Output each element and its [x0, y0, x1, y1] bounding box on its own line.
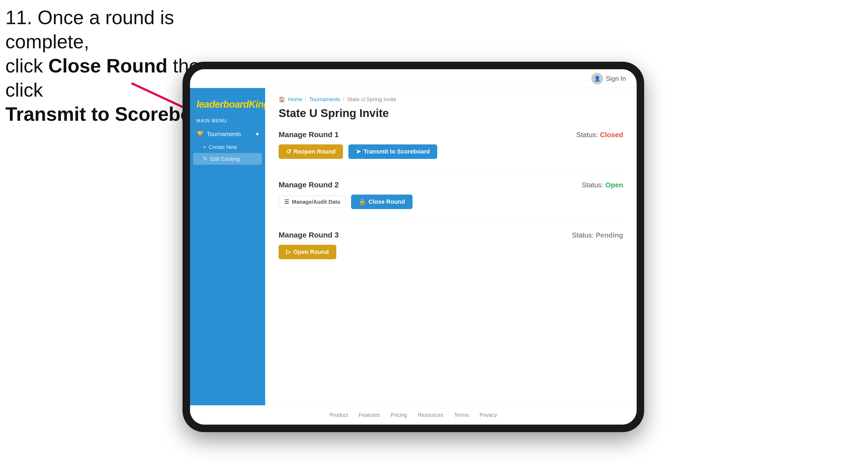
trophy-icon: 🏆: [196, 131, 204, 138]
tablet-screen: 👤 Sign In leaderboardKing MAIN MENU 🏆 To…: [190, 69, 637, 425]
open-round-button[interactable]: ▷ Open Round: [279, 245, 336, 259]
plus-icon: +: [203, 144, 206, 150]
footer-terms[interactable]: Terms: [454, 412, 469, 418]
open-round-icon: ▷: [286, 249, 291, 255]
round-3-status-value: Pending: [596, 231, 623, 239]
instruction-close-round: Close Round: [48, 55, 167, 76]
round-1-title: Manage Round 1: [279, 130, 339, 139]
sign-in-button[interactable]: 👤 Sign In: [591, 73, 626, 85]
app-header: 👤 Sign In: [190, 69, 637, 88]
logo-area: leaderboardKing: [190, 93, 265, 118]
footer-privacy[interactable]: Privacy: [479, 412, 497, 418]
manage-audit-data-button[interactable]: ☰ Manage/Audit Data: [279, 196, 346, 208]
close-round-label: Close Round: [369, 198, 405, 205]
sidebar: leaderboardKing MAIN MENU 🏆 Tournaments …: [190, 88, 265, 405]
instruction-line2-prefix: click: [5, 55, 48, 76]
transmit-scoreboard-label: Transmit to Scoreboard: [364, 148, 430, 155]
round-2-header: Manage Round 2 Status: Open: [279, 181, 623, 189]
footer-product[interactable]: Product: [330, 412, 348, 418]
tournaments-item-left: 🏆 Tournaments: [196, 131, 241, 138]
round-2-section: Manage Round 2 Status: Open ☰ Manage/Aud…: [279, 181, 623, 220]
reopen-icon: ↺: [286, 148, 291, 155]
page-title: State U Spring Invite: [279, 107, 623, 120]
breadcrumb-sep-1: /: [305, 96, 307, 102]
round-2-status: Status: Open: [582, 181, 623, 189]
open-round-label: Open Round: [293, 249, 329, 255]
transmit-scoreboard-button[interactable]: ➤ Transmit to Scoreboard: [348, 145, 437, 159]
sidebar-item-create-new[interactable]: + Create New: [190, 142, 265, 153]
footer-features[interactable]: Features: [359, 412, 380, 418]
footer-resources[interactable]: Resources: [418, 412, 444, 418]
breadcrumb-sep-2: /: [343, 96, 345, 102]
round-1-status-value: Closed: [600, 131, 623, 139]
sign-in-label: Sign In: [606, 75, 626, 83]
lock-icon: 🔒: [359, 198, 366, 205]
create-new-label: Create New: [209, 144, 237, 150]
breadcrumb-home-link[interactable]: Home: [288, 96, 302, 102]
footer-pricing[interactable]: Pricing: [391, 412, 407, 418]
app-body: leaderboardKing MAIN MENU 🏆 Tournaments …: [190, 88, 637, 405]
round-3-actions: ▷ Open Round: [279, 245, 623, 259]
reopen-round-button[interactable]: ↺ Reopen Round: [279, 145, 343, 159]
tablet-device: 👤 Sign In leaderboardKing MAIN MENU 🏆 To…: [183, 62, 644, 432]
reopen-round-label: Reopen Round: [293, 148, 336, 155]
breadcrumb-tournaments-link[interactable]: Tournaments: [309, 96, 340, 102]
round-1-actions: ↺ Reopen Round ➤ Transmit to Scoreboard: [279, 145, 623, 159]
round-3-status: Status: Pending: [572, 231, 623, 240]
tournaments-label: Tournaments: [207, 131, 241, 138]
main-content: 🏠 Home / Tournaments / State U Spring In…: [265, 88, 637, 405]
instruction-line1: 11. Once a round is complete,: [5, 7, 174, 52]
round-2-actions: ☰ Manage/Audit Data 🔒 Close Round: [279, 195, 623, 209]
breadcrumb-home-icon: 🏠: [279, 96, 285, 102]
sidebar-item-edit-existing[interactable]: ✎ Edit Existing: [193, 153, 262, 165]
round-1-status: Status: Closed: [576, 131, 623, 139]
breadcrumb-current: State U Spring Invite: [347, 96, 396, 102]
edit-icon: ✎: [203, 156, 208, 162]
sidebar-item-tournaments[interactable]: 🏆 Tournaments ▾: [190, 127, 265, 142]
breadcrumb: 🏠 Home / Tournaments / State U Spring In…: [279, 96, 623, 102]
round-1-header: Manage Round 1 Status: Closed: [279, 130, 623, 139]
round-2-title: Manage Round 2: [279, 181, 339, 189]
round-3-title: Manage Round 3: [279, 231, 339, 240]
manage-audit-label: Manage/Audit Data: [292, 199, 340, 205]
edit-existing-label: Edit Existing: [210, 156, 240, 162]
close-round-button[interactable]: 🔒 Close Round: [351, 195, 412, 209]
round-1-section: Manage Round 1 Status: Closed ↺ Reopen R…: [279, 130, 623, 170]
chevron-down-icon: ▾: [256, 131, 259, 138]
round-3-section: Manage Round 3 Status: Pending ▷ Open Ro…: [279, 231, 623, 270]
main-menu-label: MAIN MENU: [190, 118, 265, 127]
round-2-status-value: Open: [606, 181, 623, 189]
user-avatar-icon: 👤: [591, 73, 603, 85]
logo-plain: leaderboard: [196, 99, 249, 110]
app-footer: Product Features Pricing Resources Terms…: [190, 405, 637, 425]
round-3-header: Manage Round 3 Status: Pending: [279, 231, 623, 240]
audit-icon: ☰: [284, 198, 289, 205]
app-logo: leaderboardKing: [196, 99, 259, 110]
transmit-icon: ➤: [356, 148, 361, 155]
